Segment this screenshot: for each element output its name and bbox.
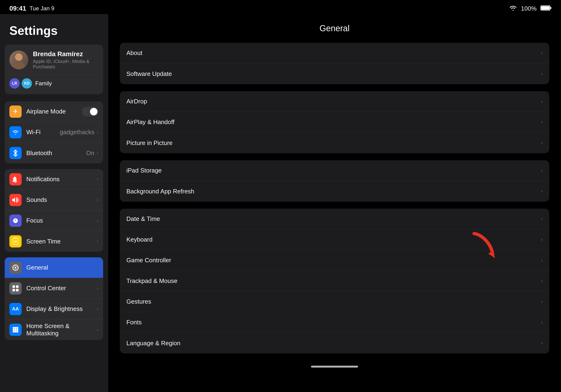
language-region-label: Language & Region [126, 340, 541, 347]
panel-item-background-refresh[interactable]: Background App Refresh › [120, 181, 549, 202]
svg-point-17 [16, 327, 18, 329]
avatar [9, 51, 28, 69]
panel-item-about[interactable]: About › [120, 43, 549, 64]
game-controller-label: Game Controller [126, 257, 541, 264]
general-icon [9, 261, 22, 274]
gestures-chevron: › [541, 299, 543, 305]
sidebar-item-general[interactable]: General › [5, 257, 103, 278]
sidebar-item-notifications[interactable]: Notifications › [5, 169, 103, 190]
sidebar: Settings Brenda Ramírez Apple ID, iCloud… [0, 14, 108, 392]
airplay-handoff-chevron: › [541, 119, 543, 125]
software-update-chevron: › [541, 71, 543, 77]
airplane-icon: ✈ [9, 106, 22, 118]
panel-item-airplay-handoff[interactable]: AirPlay & Handoff › [120, 112, 549, 132]
focus-chevron: › [97, 218, 98, 224]
family-row[interactable]: LR KD Family [9, 74, 98, 89]
focus-icon [9, 215, 22, 227]
sidebar-item-display[interactable]: AA Display & Brightness › [5, 299, 103, 319]
sidebar-item-wifi[interactable]: Wi-Fi gadgethacks › [5, 122, 103, 143]
keyboard-chevron: › [541, 237, 543, 243]
panel-item-language-region[interactable]: Language & Region › [120, 333, 549, 353]
svg-rect-13 [12, 289, 15, 291]
control-center-chevron: › [97, 285, 98, 291]
fonts-chevron: › [541, 319, 543, 326]
connectivity-group: ✈ Airplane Mode Wi-Fi gadgethacks › [5, 101, 103, 163]
display-chevron: › [97, 306, 98, 312]
screen-time-label: Screen Time [26, 238, 97, 245]
svg-point-10 [15, 267, 16, 268]
panel-group-about: About › Software Update › [120, 43, 549, 84]
profile-subtitle: Apple ID, iCloud+, Media & Purchases [33, 59, 98, 70]
bluetooth-chevron: › [97, 150, 98, 156]
panel-item-fonts[interactable]: Fonts › [120, 312, 549, 333]
svg-point-19 [15, 329, 16, 331]
sidebar-item-home-screen[interactable]: Home Screen & Multitasking › [5, 319, 103, 340]
main-layout: Settings Brenda Ramírez Apple ID, iCloud… [0, 14, 561, 392]
wifi-label: Wi-Fi [26, 129, 60, 136]
bluetooth-value: On [86, 150, 95, 157]
panel-item-game-controller[interactable]: Game Controller › [120, 250, 549, 271]
about-label: About [126, 49, 541, 57]
panel-item-ipad-storage[interactable]: iPad Storage › [120, 160, 549, 181]
profile-card[interactable]: Brenda Ramírez Apple ID, iCloud+, Media … [5, 45, 103, 94]
wifi-settings-icon [9, 126, 22, 138]
general-label: General [26, 264, 97, 271]
panel-item-gestures[interactable]: Gestures › [120, 291, 549, 312]
family-avatar-lr: LR [9, 78, 20, 89]
panel-item-date-time[interactable]: Date & Time › [120, 209, 549, 229]
svg-point-23 [16, 331, 18, 333]
gestures-label: Gestures [126, 298, 541, 305]
status-right: 100% [509, 5, 552, 12]
trackpad-chevron: › [541, 278, 543, 284]
pip-chevron: › [541, 140, 543, 146]
notifications-chevron: › [97, 176, 98, 182]
svg-rect-6 [13, 238, 18, 244]
right-panel: General About › Software Update › AirDro… [108, 14, 561, 392]
svg-rect-1 [550, 7, 551, 9]
bluetooth-icon [9, 147, 22, 159]
sidebar-item-control-center[interactable]: Control Center › [5, 278, 103, 299]
airplane-toggle[interactable] [82, 107, 98, 116]
svg-point-16 [15, 327, 16, 329]
home-screen-label: Home Screen & Multitasking [26, 322, 97, 337]
keyboard-label: Keyboard [126, 236, 541, 243]
fonts-label: Fonts [126, 319, 541, 326]
software-update-label: Software Update [126, 70, 541, 77]
panel-item-trackpad-mouse[interactable]: Trackpad & Mouse › [120, 271, 549, 291]
scroll-indicator [311, 366, 358, 368]
date-time-chevron: › [541, 216, 543, 222]
panel-item-software-update[interactable]: Software Update › [120, 64, 549, 84]
svg-rect-14 [16, 289, 19, 291]
airplane-label: Airplane Mode [26, 108, 82, 115]
svg-point-22 [15, 331, 16, 333]
svg-rect-8 [16, 240, 16, 243]
svg-rect-11 [12, 285, 15, 288]
sidebar-item-sounds[interactable]: Sounds › [5, 190, 103, 210]
sidebar-item-focus[interactable]: Focus › [5, 210, 103, 231]
sidebar-title: Settings [0, 21, 108, 45]
battery-icon [540, 5, 552, 12]
general-chevron: › [97, 265, 98, 271]
svg-point-21 [13, 331, 15, 333]
sounds-label: Sounds [26, 196, 97, 204]
airdrop-label: AirDrop [126, 98, 541, 105]
control-center-icon [9, 282, 22, 294]
sidebar-item-airplane-mode[interactable]: ✈ Airplane Mode [5, 101, 103, 122]
screen-time-icon [9, 235, 22, 248]
wifi-chevron: › [97, 129, 98, 135]
sounds-icon [9, 194, 22, 206]
panel-group-datetime: Date & Time › Keyboard › Game Controller… [120, 209, 549, 353]
panel-item-pip[interactable]: Picture in Picture › [120, 132, 549, 153]
panel-item-keyboard[interactable]: Keyboard › [120, 229, 549, 250]
home-screen-chevron: › [97, 327, 98, 333]
panel-group-storage: iPad Storage › Background App Refresh › [120, 160, 549, 202]
svg-point-4 [13, 62, 25, 69]
sidebar-item-screen-time[interactable]: Screen Time › [5, 231, 103, 252]
svg-point-20 [16, 329, 18, 331]
general-group: General › Control Center › AA Display & [5, 257, 103, 340]
ipad-storage-chevron: › [541, 168, 543, 174]
sidebar-item-bluetooth[interactable]: Bluetooth On › [5, 143, 103, 163]
date-time-label: Date & Time [126, 215, 541, 223]
panel-item-airdrop[interactable]: AirDrop › [120, 91, 549, 112]
home-screen-icon [9, 324, 22, 336]
